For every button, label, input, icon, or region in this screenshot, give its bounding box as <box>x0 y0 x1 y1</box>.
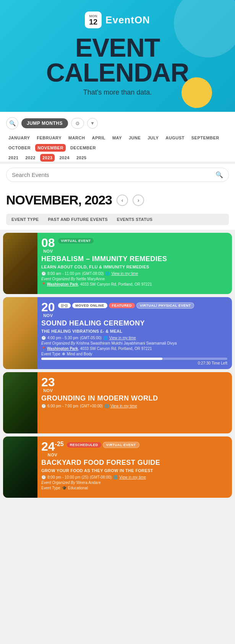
view-my-time-link-event4[interactable]: View in my time <box>119 475 146 479</box>
event-time-meta-event3: 🕐 6:00 pm - 7:00 pm (GMT+00:00) 🌐 View i… <box>41 404 227 408</box>
pin-icon-event2: 📍 <box>41 347 46 351</box>
event-thumb-event1 <box>3 233 37 294</box>
event-badge-event4-1: VIRTUAL EVENT <box>103 442 139 448</box>
dropdown-icon-btn[interactable]: ▼ <box>87 118 98 129</box>
event-organizer-event1: Event Organized By Nettle MaryAnne <box>41 277 227 281</box>
filter-tab-events-status[interactable]: EVENTS STATUS <box>113 215 156 224</box>
progress-bar-fill-event2 <box>41 358 162 360</box>
progress-time-event2: 0:27:30 Time Left <box>41 361 227 365</box>
year-item-2025[interactable]: 2025 <box>74 154 89 162</box>
year-item-2024[interactable]: 2024 <box>57 154 71 162</box>
year-item-2022[interactable]: 2022 <box>23 154 37 162</box>
event-body-event4: 24-25NOVRESCHEDULEDVIRTUAL EVENTBACKYARD… <box>37 436 232 498</box>
month-item-august[interactable]: AUGUST <box>163 134 186 142</box>
event-tz-event1: (GMT-08:00) <box>82 271 104 276</box>
month-item-september[interactable]: SEPTEMBER <box>189 134 222 142</box>
event-date-row-event2: 20NOV((•))MOVED ONLINEFEATUREDVIRTUAL/ P… <box>41 301 227 318</box>
event-badges-event2: ((•))MOVED ONLINEFEATUREDVIRTUAL/ PHYSIC… <box>58 302 194 309</box>
prev-month-button[interactable]: ‹ <box>117 195 128 206</box>
brand-icon-day-num: 12 <box>89 18 97 26</box>
organizer-name-event2: Krishna Swasthiram Mukthi Jayabhimani Sw… <box>76 341 177 345</box>
event-card-event3[interactable]: 23NOVGROUNDING IN MODERN WORLD🕐 6:00 pm … <box>3 372 232 433</box>
controls-area: 🔍 JUMP MONTHS ⚙ ▼ JANUARYFEBRUARYMARCHAP… <box>0 112 235 162</box>
event-date-row-event1: 08NOVVIRTUAL EVENT <box>41 237 227 253</box>
event-day-event1: 08 <box>41 237 55 249</box>
event-badge-event2-0: ((•)) <box>58 303 71 308</box>
location-addr-event2: , 4033 SW Canyon Rd, Portland, OR 97221 <box>78 347 152 351</box>
event-day-event2: 20 <box>41 301 55 313</box>
clock-icon-event3: 🕐 <box>41 404 46 408</box>
event-tz-event3: (GMT+00:00) <box>80 404 103 408</box>
month-item-march[interactable]: MARCH <box>66 134 87 142</box>
event-title-event2: SOUND HEALING CEREMONY <box>41 319 227 327</box>
clock-icon-event1: 🕐 <box>41 271 46 276</box>
location-name-event2[interactable]: Washington Park <box>47 347 78 351</box>
search-input[interactable] <box>12 172 216 178</box>
month-item-april[interactable]: APRIL <box>89 134 108 142</box>
month-item-december[interactable]: DECEMBER <box>68 144 98 152</box>
event-card-event4[interactable]: 24-25NOVRESCHEDULEDVIRTUAL EVENTBACKYARD… <box>3 436 232 498</box>
organizer-label-event2: Event Organized By <box>41 341 75 345</box>
event-body-event3: 23NOVGROUNDING IN MODERN WORLD🕐 6:00 pm … <box>37 372 232 433</box>
filter-icon-btn[interactable]: ⚙ <box>71 118 84 129</box>
organizer-label-event4: Event Organized By <box>41 481 75 485</box>
organizer-label-event1: Event Organized By <box>41 277 75 281</box>
event-type-value-event2: Mind and Body <box>67 352 92 356</box>
month-item-january[interactable]: JANUARY <box>6 134 32 142</box>
clock-icon-event2: 🕐 <box>41 336 46 340</box>
event-time-meta-event1: 🕐 8:00 am - 11:00 pm (GMT-08:00) 🌐 View … <box>41 271 227 276</box>
years-row: 20212022202320242025 <box>6 154 229 162</box>
top-controls: 🔍 JUMP MONTHS ⚙ ▼ <box>6 117 229 129</box>
next-month-button[interactable]: › <box>133 195 144 206</box>
globe-icon-event2: 🌐 <box>103 336 108 340</box>
event-card-event2[interactable]: 20NOV((•))MOVED ONLINEFEATUREDVIRTUAL/ P… <box>3 297 232 369</box>
event-date-block-event1: 08NOV <box>41 237 55 253</box>
event-month-label-event3: NOV <box>43 388 53 393</box>
events-area: 08NOVVIRTUAL EVENTHERBALISM – IMMUNITY R… <box>0 230 235 501</box>
event-time-event2: 4:00 pm - 5:30 pm <box>47 336 78 340</box>
event-title-event3: GROUNDING IN MODERN WORLD <box>41 394 227 402</box>
event-thumb-event4 <box>3 436 37 498</box>
page-header: MON 12 EventON EVENT CALENDAR That's mor… <box>0 0 235 112</box>
event-type-label-event4: Event Type <box>41 486 60 490</box>
event-tz-event4: (GMT-08:00) <box>90 475 112 479</box>
jump-months-button[interactable]: JUMP MONTHS <box>21 118 68 128</box>
year-item-2023[interactable]: 2023 <box>40 154 55 162</box>
view-my-time-link-event2[interactable]: View in my time <box>109 336 136 340</box>
filter-tab-event-type[interactable]: EVENT TYPE <box>8 215 42 224</box>
location-name-event1[interactable]: Washington Park <box>47 282 78 286</box>
event-title-event4: BACKYARD FOOD FOREST GUIDE <box>41 459 227 467</box>
top-search-icon-btn[interactable]: 🔍 <box>6 117 18 129</box>
month-item-july[interactable]: JULY <box>145 134 161 142</box>
event-badges-event1: VIRTUAL EVENT <box>58 238 94 244</box>
event-type-icon-event2: ☸ <box>62 352 65 356</box>
view-my-time-link-event1[interactable]: View in my time <box>111 271 138 276</box>
event-date-block-event3: 23NOV <box>41 376 55 393</box>
location-addr-event1: , 4033 SW Canyon Rd, Portland, OR 97221 <box>78 282 152 286</box>
brand-row: MON 12 EventON <box>8 11 227 28</box>
month-item-june[interactable]: JUNE <box>126 134 143 142</box>
months-row: JANUARYFEBRUARYMARCHAPRILMAYJUNEJULYAUGU… <box>6 134 229 152</box>
filter-tab-past-and-future-events[interactable]: PAST AND FUTURE EVENTS <box>44 215 111 224</box>
brand-calendar-icon: MON 12 <box>85 11 102 28</box>
view-my-time-link-event3[interactable]: View in my time <box>110 404 137 408</box>
event-location-event1: 📍 Washington Park, 4033 SW Canyon Rd, Po… <box>41 282 227 286</box>
event-thumb-event2 <box>3 297 37 369</box>
event-time-meta-event4: 🕐 8:00 pm - 10:00 pm (25) (GMT-08:00) 🌐 … <box>41 475 227 479</box>
event-title-event1: HERBALISM – IMMUNITY REMEDIES <box>41 255 227 263</box>
event-thumb-event3 <box>3 372 37 433</box>
event-time-event4: 8:00 pm - 10:00 pm (25) <box>47 475 88 479</box>
hero-subtitle: That's more than data. <box>8 88 227 96</box>
event-card-event1[interactable]: 08NOVVIRTUAL EVENTHERBALISM – IMMUNITY R… <box>3 233 232 294</box>
month-item-february[interactable]: FEBRUARY <box>34 134 64 142</box>
month-item-november[interactable]: NOVEMBER <box>35 144 66 152</box>
clock-icon-event4: 🕐 <box>41 475 46 479</box>
event-date-block-event4: 24-25NOV <box>41 440 64 457</box>
filter-row: EVENT TYPEPAST AND FUTURE EVENTSEVENTS S… <box>0 211 235 230</box>
month-item-october[interactable]: OCTOBER <box>6 144 33 152</box>
pin-icon-event1: 📍 <box>41 282 46 286</box>
event-type-label-event2: Event Type <box>41 352 60 356</box>
month-item-may[interactable]: MAY <box>110 134 124 142</box>
year-item-2021[interactable]: 2021 <box>6 154 21 162</box>
brand-name: EventON <box>105 14 150 26</box>
